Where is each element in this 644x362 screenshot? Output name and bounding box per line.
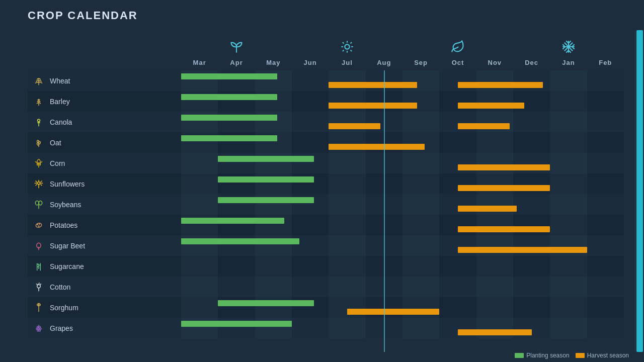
month-stripe [329, 153, 365, 173]
month-stripe [439, 256, 476, 277]
snowflake-icon [561, 40, 576, 57]
month-col-may: May [255, 30, 292, 70]
crop-label-soybean: Soybeans [28, 199, 181, 211]
leaf-icon [451, 40, 465, 57]
planting-bar [181, 135, 277, 141]
crop-row: Grapes [28, 318, 624, 338]
bars-barley [181, 91, 624, 112]
bars-corn [181, 153, 624, 173]
month-stripe [329, 256, 365, 277]
svg-line-28 [36, 180, 37, 182]
month-stripe [403, 194, 439, 215]
wheat-icon [33, 75, 45, 87]
month-stripe [550, 256, 587, 277]
planting-legend-color [515, 353, 524, 358]
crop-name-corn: Corn [50, 159, 65, 167]
month-stripe [403, 277, 439, 297]
harvest-bar [458, 123, 510, 129]
month-label-aug: Aug [377, 59, 391, 66]
month-stripe [181, 194, 218, 215]
month-stripe [550, 173, 587, 194]
grapes-icon [33, 322, 45, 334]
cotton-icon [33, 281, 45, 293]
oat-icon [33, 137, 45, 149]
month-stripe [587, 297, 624, 318]
month-stripe [550, 153, 587, 173]
month-stripe [329, 277, 365, 297]
month-stripe [181, 153, 218, 173]
month-stripe [329, 318, 365, 338]
month-label-apr: Apr [230, 59, 243, 66]
month-stripe [403, 215, 439, 235]
svg-point-34 [35, 201, 39, 205]
month-col-aug: Aug [366, 30, 403, 70]
harvest-bar [458, 226, 550, 232]
svg-line-8 [351, 42, 352, 43]
month-stripe [292, 112, 329, 132]
crop-name-potato: Potatoes [50, 221, 77, 229]
month-stripe [255, 277, 292, 297]
month-stripe [329, 194, 365, 215]
planting-bar [218, 300, 314, 306]
sugarcane-icon [33, 260, 45, 273]
svg-point-53 [39, 329, 40, 331]
crop-row: Sorghum [28, 297, 624, 318]
month-header: MarAprMayJunJulAugSepOctNovDecJanFeb [181, 30, 624, 70]
harvest-bar [329, 144, 425, 150]
crop-name-canola: Canola [50, 118, 72, 126]
crop-row: Wheat [28, 70, 624, 91]
month-stripe [218, 277, 255, 297]
planting-legend-label: Planting season [526, 352, 569, 359]
month-stripe [181, 277, 218, 297]
month-col-jan: Jan [550, 30, 587, 70]
month-stripe [439, 132, 476, 153]
sunflower-icon [33, 178, 45, 190]
crop-label-cotton: Cotton [28, 281, 181, 293]
bars-oat [181, 132, 624, 153]
month-label-dec: Dec [525, 59, 538, 66]
crop-label-canola: Canola [28, 116, 181, 128]
bars-sorghum [181, 297, 624, 318]
month-stripe [366, 153, 403, 173]
month-col-apr: Apr [218, 30, 255, 70]
month-stripe [366, 235, 403, 256]
month-stripe [366, 215, 403, 235]
svg-line-7 [343, 50, 344, 51]
crop-row: Potatoes [28, 215, 624, 235]
month-stripe [550, 70, 587, 91]
harvest-bar [458, 185, 550, 191]
month-stripe [292, 256, 329, 277]
harvest-bar [329, 82, 417, 88]
month-stripe [587, 215, 624, 235]
month-stripe [550, 132, 587, 153]
corn-icon [33, 157, 45, 169]
harvest-legend-label: Harvest season [587, 352, 629, 359]
month-col-dec: Dec [513, 30, 550, 70]
crop-name-sorghum: Sorghum [50, 304, 78, 312]
bars-canola [181, 112, 624, 132]
harvest-bar [458, 164, 550, 170]
bars-sugarcane [181, 256, 624, 277]
crop-name-barley: Barley [50, 98, 70, 106]
month-col-feb: Feb [587, 30, 624, 70]
month-stripe [476, 132, 513, 153]
month-stripe [366, 256, 403, 277]
svg-line-33 [41, 180, 42, 182]
month-stripe [587, 318, 624, 338]
crop-row: Barley [28, 91, 624, 112]
month-stripe [403, 153, 439, 173]
harvest-bar [329, 103, 417, 109]
canola-icon [33, 116, 45, 128]
month-stripe [550, 318, 587, 338]
sprout-icon [229, 40, 244, 57]
month-stripe [403, 112, 439, 132]
calendar-area: MarAprMayJunJulAugSepOctNovDecJanFeb Whe… [28, 30, 636, 352]
potato-icon [33, 219, 45, 231]
month-label-jan: Jan [562, 59, 575, 66]
planting-bar [181, 73, 277, 79]
crop-label-corn: Corn [28, 157, 181, 169]
month-stripe [366, 318, 403, 338]
scrollbar-thumb[interactable] [636, 30, 643, 352]
month-stripe [403, 173, 439, 194]
crop-row: Corn [28, 153, 624, 173]
